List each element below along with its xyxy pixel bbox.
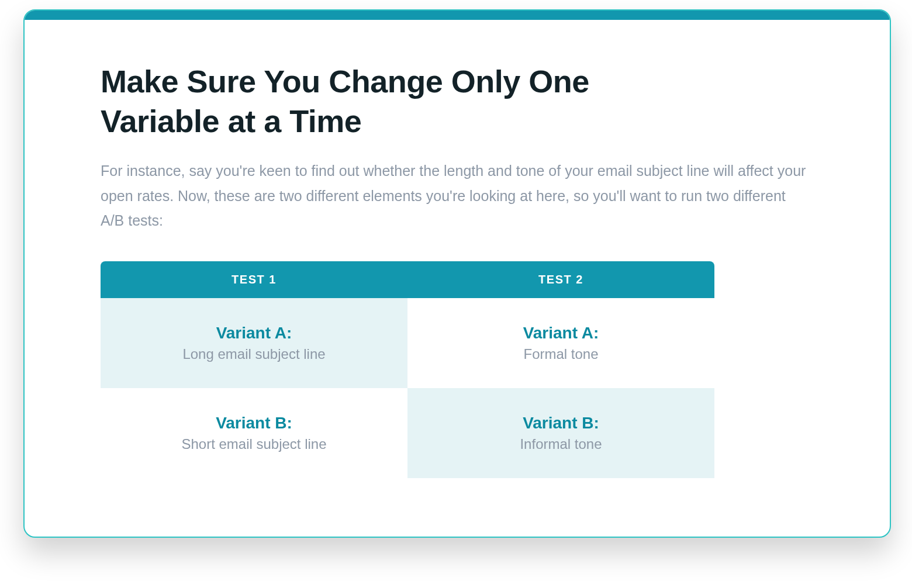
content-area: Make Sure You Change Only One Variable a… — [25, 20, 890, 478]
table-cell-test2-variant-a: Variant A: Formal tone — [407, 298, 714, 388]
table-row: Variant A: Long email subject line Varia… — [101, 298, 714, 388]
variant-label: Variant A: — [106, 324, 402, 343]
variant-description: Informal tone — [413, 436, 709, 452]
canvas: Make Sure You Change Only One Variable a… — [0, 0, 912, 588]
variant-description: Formal tone — [413, 346, 709, 362]
variant-description: Short email subject line — [106, 436, 402, 452]
table-cell-test2-variant-b: Variant B: Informal tone — [407, 388, 714, 478]
table-cell-test1-variant-a: Variant A: Long email subject line — [101, 298, 407, 388]
document-card: Make Sure You Change Only One Variable a… — [23, 9, 891, 538]
card-top-accent-bar — [25, 11, 890, 20]
main-heading: Make Sure You Change Only One Variable a… — [101, 62, 627, 141]
variant-label: Variant B: — [106, 414, 402, 433]
table-row: Variant B: Short email subject line Vari… — [101, 388, 714, 478]
variant-label: Variant A: — [413, 324, 709, 343]
table-header-row: TEST 1 TEST 2 — [101, 261, 714, 298]
table-header-test2: TEST 2 — [407, 261, 714, 298]
variant-description: Long email subject line — [106, 346, 402, 362]
table-cell-test1-variant-b: Variant B: Short email subject line — [101, 388, 407, 478]
intro-paragraph: For instance, say you're keen to find ou… — [101, 158, 808, 233]
table-header-test1: TEST 1 — [101, 261, 407, 298]
variant-label: Variant B: — [413, 414, 709, 433]
ab-test-table: TEST 1 TEST 2 Variant A: Long email subj… — [101, 261, 714, 478]
